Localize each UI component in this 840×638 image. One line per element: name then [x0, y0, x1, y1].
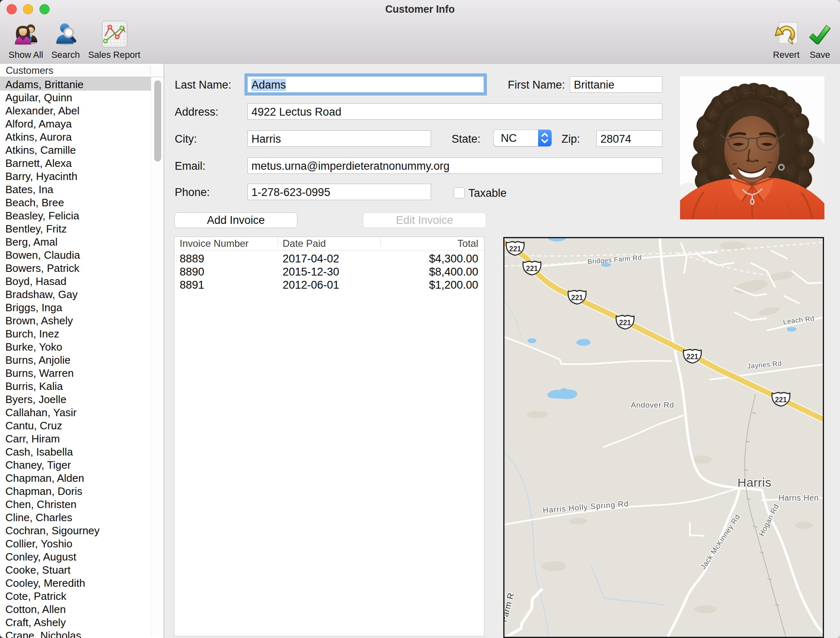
svg-text:Andover Rd: Andover Rd [631, 401, 674, 409]
svg-text:Harris Hen: Harris Hen [778, 493, 819, 502]
svg-text:Harris: Harris [737, 476, 772, 489]
